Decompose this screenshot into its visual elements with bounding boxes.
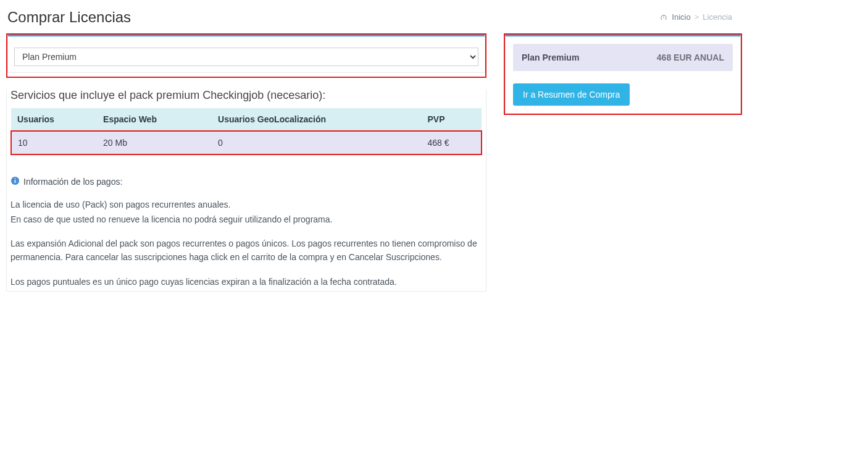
- col-geo: Usuarios GeoLocalización: [212, 108, 421, 131]
- breadcrumb-home[interactable]: Inicio: [672, 12, 690, 22]
- plan-select-highlight: Plan Premium: [6, 33, 486, 78]
- go-to-summary-button[interactable]: Ir a Resumen de Compra: [513, 83, 630, 106]
- dashboard-icon: [659, 12, 668, 22]
- cell-usuarios: 10: [11, 131, 97, 154]
- info-p4: Los pagos puntuales es un único pago cuy…: [10, 276, 482, 289]
- info-icon: [10, 176, 20, 187]
- breadcrumb-current: Licencia: [703, 12, 732, 22]
- info-p2: En caso de que usted no renueve la licen…: [10, 213, 482, 227]
- chevron-right-icon: >: [695, 12, 699, 22]
- cell-espacio: 20 Mb: [97, 131, 212, 154]
- info-heading: Información de los pagos:: [10, 176, 482, 187]
- summary-panel: Plan Premium 468 EUR ANUAL Ir a Resumen …: [505, 35, 741, 114]
- info-heading-text: Información de los pagos:: [23, 177, 122, 187]
- cell-geo: 0: [212, 131, 421, 154]
- col-espacio: Espacio Web: [97, 108, 212, 131]
- breadcrumb: Inicio > Licencia: [659, 12, 732, 22]
- info-p1: La licencia de uso (Pack) son pagos recu…: [10, 198, 482, 212]
- page-title: Comprar Licencias: [7, 9, 862, 26]
- info-text: La licencia de uso (Pack) son pagos recu…: [10, 198, 482, 289]
- table-row: 10 20 Mb 0 468 €: [11, 131, 482, 154]
- summary-plan-name: Plan Premium: [522, 53, 657, 62]
- services-table: Usuarios Espacio Web Usuarios GeoLocaliz…: [10, 108, 482, 155]
- col-pvp: PVP: [421, 108, 482, 131]
- table-header-row: Usuarios Espacio Web Usuarios GeoLocaliz…: [11, 108, 482, 131]
- cell-pvp: 468 €: [421, 131, 482, 154]
- info-p3: Las expansión Adicional del pack son pag…: [10, 237, 482, 264]
- summary-row: Plan Premium 468 EUR ANUAL: [513, 44, 733, 71]
- svg-rect-1: [15, 180, 16, 183]
- col-usuarios: Usuarios: [11, 108, 97, 131]
- summary-highlight: Plan Premium 468 EUR ANUAL Ir a Resumen …: [504, 33, 742, 115]
- plan-select[interactable]: Plan Premium: [14, 48, 478, 66]
- services-subheading: Servicios que incluye el pack premium Ch…: [10, 89, 482, 102]
- svg-point-2: [15, 178, 16, 179]
- summary-price: 468 EUR ANUAL: [657, 53, 724, 62]
